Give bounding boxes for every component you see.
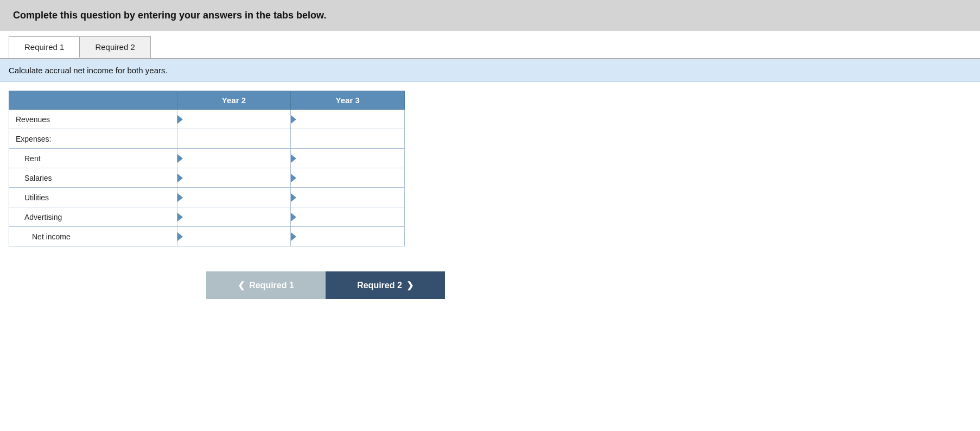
table-row: Utilities: [9, 188, 405, 207]
table-section: Year 2 Year 3 Revenues Expenses:: [0, 82, 980, 255]
tabs-container: Required 1 Required 2: [0, 36, 980, 59]
table-row: Net income: [9, 227, 405, 246]
rent-year3-input[interactable]: [291, 149, 404, 168]
next-required2-button[interactable]: Required 2 ❯: [326, 271, 445, 299]
expenses-year3-empty: [291, 129, 405, 149]
header-instruction: Complete this question by entering your …: [13, 10, 326, 21]
table-row: Revenues: [9, 110, 405, 129]
rent-year3-cell[interactable]: [291, 149, 405, 168]
table-row: Expenses:: [9, 129, 405, 149]
salaries-year3-input[interactable]: [291, 168, 404, 187]
expenses-label: Expenses:: [9, 129, 177, 149]
utilities-label: Utilities: [9, 188, 177, 207]
utilities-year3-input[interactable]: [291, 188, 404, 207]
expenses-year2-empty: [177, 129, 291, 149]
btn1-label: Required 1: [249, 281, 294, 290]
advertising-year3-input[interactable]: [291, 207, 404, 226]
next-chevron-icon: ❯: [406, 280, 413, 290]
btn2-label: Required 2: [357, 281, 402, 290]
advertising-label: Advertising: [9, 207, 177, 227]
tab-required1[interactable]: Required 1: [9, 36, 80, 58]
advertising-year2-cell[interactable]: [177, 207, 291, 227]
year3-column-header: Year 3: [291, 91, 405, 110]
rent-year2-input[interactable]: [177, 149, 291, 168]
rent-year2-cell[interactable]: [177, 149, 291, 168]
net-income-year2-cell[interactable]: [177, 227, 291, 246]
net-income-year2-input[interactable]: [177, 227, 291, 246]
income-table: Year 2 Year 3 Revenues Expenses:: [9, 91, 405, 246]
header-banner: Complete this question by entering your …: [0, 0, 980, 31]
net-income-year3-input[interactable]: [291, 227, 404, 246]
net-income-label: Net income: [9, 227, 177, 246]
utilities-year3-cell[interactable]: [291, 188, 405, 207]
salaries-year2-input[interactable]: [177, 168, 291, 187]
advertising-year2-input[interactable]: [177, 207, 291, 226]
year2-column-header: Year 2: [177, 91, 291, 110]
table-row: Salaries: [9, 168, 405, 188]
revenues-year2-cell[interactable]: [177, 110, 291, 129]
utilities-year2-input[interactable]: [177, 188, 291, 207]
table-row: Advertising: [9, 207, 405, 227]
instruction-text: Calculate accrual net income for both ye…: [9, 66, 168, 75]
rent-label: Rent: [9, 149, 177, 168]
prev-required1-button[interactable]: ❮ Required 1: [206, 271, 326, 299]
revenues-year2-input[interactable]: [177, 110, 291, 129]
net-income-year3-cell[interactable]: [291, 227, 405, 246]
revenues-year3-input[interactable]: [291, 110, 404, 129]
salaries-label: Salaries: [9, 168, 177, 188]
label-column-header: [9, 91, 177, 110]
advertising-year3-cell[interactable]: [291, 207, 405, 227]
tab-required2[interactable]: Required 2: [79, 36, 150, 58]
prev-chevron-icon: ❮: [238, 280, 245, 290]
instruction-bar: Calculate accrual net income for both ye…: [0, 59, 980, 82]
table-row: Rent: [9, 149, 405, 168]
utilities-year2-cell[interactable]: [177, 188, 291, 207]
salaries-year2-cell[interactable]: [177, 168, 291, 188]
footer-buttons: ❮ Required 1 Required 2 ❯: [0, 271, 980, 299]
salaries-year3-cell[interactable]: [291, 168, 405, 188]
revenues-label: Revenues: [9, 110, 177, 129]
revenues-year3-cell[interactable]: [291, 110, 405, 129]
